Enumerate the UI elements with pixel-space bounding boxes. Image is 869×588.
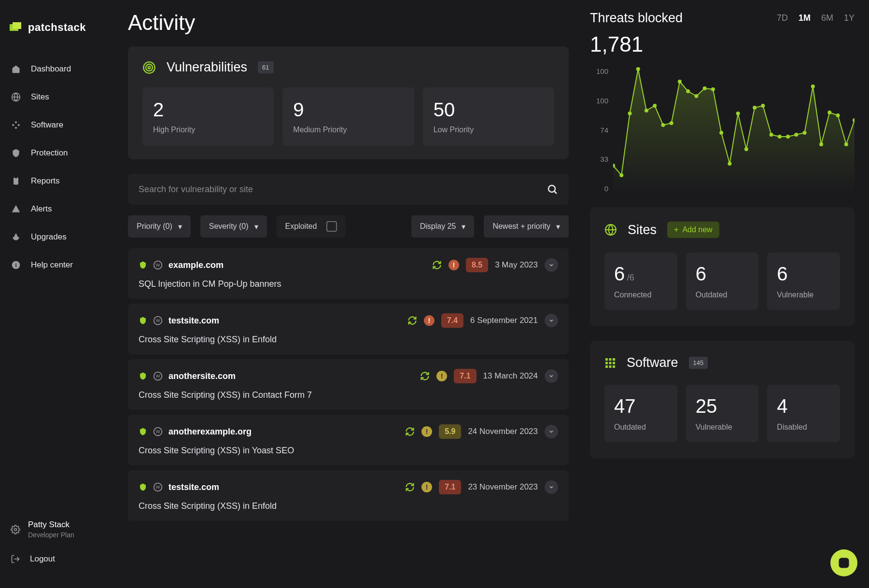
- vulnerability-description: Cross Site Scripting (XSS) in Enfold: [139, 501, 558, 511]
- sidebar-item-software[interactable]: Software: [0, 111, 128, 139]
- search-box[interactable]: [128, 174, 569, 205]
- svg-point-11: [146, 64, 153, 71]
- svg-point-46: [786, 135, 790, 139]
- logout-button[interactable]: Logout: [11, 547, 117, 571]
- svg-point-52: [836, 113, 840, 117]
- range-tab-6M[interactable]: 6M: [821, 13, 833, 23]
- time-range-tabs: 7D1M6M1Y: [777, 13, 855, 23]
- expand-button[interactable]: [545, 480, 558, 494]
- sidebar-item-dashboard[interactable]: Dashboard: [0, 55, 128, 83]
- svg-point-53: [844, 142, 848, 146]
- warning-icon: !: [424, 315, 434, 326]
- expand-button[interactable]: [545, 258, 558, 272]
- chevron-down-icon: ▾: [462, 222, 465, 231]
- software-stat-card[interactable]: 47Outdated: [604, 385, 677, 442]
- chevron-down-icon: ▾: [178, 222, 182, 231]
- svg-rect-65: [613, 365, 615, 368]
- site-stat-card[interactable]: 6 Outdated: [686, 252, 759, 310]
- cvss-score-badge: 5.9: [439, 424, 461, 439]
- refresh-icon[interactable]: [407, 316, 417, 325]
- expand-button[interactable]: [545, 425, 558, 438]
- expand-button[interactable]: [545, 314, 558, 327]
- add-new-site-button[interactable]: + Add new: [667, 222, 719, 238]
- sites-title: Sites: [628, 223, 657, 238]
- shield-icon: [139, 427, 147, 436]
- refresh-icon[interactable]: [432, 260, 442, 270]
- software-stat-card[interactable]: 25Vulnerable: [686, 385, 759, 442]
- nav-label: Software: [31, 120, 63, 130]
- sidebar-nav: DashboardSitesSoftwareProtectionReportsA…: [0, 50, 128, 515]
- vulnerability-date: 3 May 2023: [495, 260, 538, 270]
- svg-point-43: [761, 104, 765, 108]
- threats-count: 1,781: [590, 32, 855, 56]
- sidebar-item-help-center[interactable]: iHelp center: [0, 251, 128, 279]
- brand-logo[interactable]: patchstack: [0, 13, 128, 50]
- sort-filter[interactable]: Newest + priority ▾: [484, 215, 569, 238]
- refresh-icon[interactable]: [420, 371, 430, 381]
- clipboard-icon: [11, 176, 21, 186]
- sidebar-item-reports[interactable]: Reports: [0, 167, 128, 195]
- priority-filter[interactable]: Priority (0) ▾: [128, 215, 191, 238]
- severity-filter[interactable]: Severity (0) ▾: [200, 215, 267, 238]
- display-filter[interactable]: Display 25 ▾: [411, 215, 475, 238]
- site-name: example.com: [168, 260, 224, 270]
- site-stat-card[interactable]: 6 Vulnerable: [767, 252, 840, 310]
- software-stat-card[interactable]: 4Disabled: [767, 385, 840, 442]
- vulnerability-item[interactable]: Wanothersite.com!7.113 March 2024Cross S…: [128, 359, 569, 410]
- threats-chart: 10010074330: [590, 67, 855, 193]
- vulnerability-item[interactable]: Wanotherexample.org!5.924 November 2023C…: [128, 415, 569, 465]
- svg-rect-1: [13, 22, 21, 29]
- svg-text:W: W: [156, 429, 160, 434]
- svg-point-45: [778, 135, 782, 139]
- nav-label: Reports: [31, 176, 60, 186]
- svg-point-48: [803, 131, 807, 135]
- vulnerability-item[interactable]: Wtestsite.com!7.46 September 2021Cross S…: [128, 304, 569, 354]
- help-chat-button[interactable]: [830, 549, 857, 576]
- vulnerability-item[interactable]: Wexample.com!8.53 May 2023SQL Injection …: [128, 248, 569, 299]
- exploited-filter[interactable]: Exploited: [277, 215, 346, 238]
- range-tab-7D[interactable]: 7D: [777, 13, 788, 23]
- svg-point-32: [670, 121, 673, 125]
- svg-point-31: [661, 123, 665, 127]
- nav-label: Upgrades: [31, 232, 67, 242]
- vulnerability-date: 13 March 2024: [483, 371, 538, 381]
- refresh-icon[interactable]: [405, 482, 415, 492]
- refresh-icon[interactable]: [405, 427, 415, 436]
- software-title: Software: [627, 355, 678, 370]
- gear-icon: [11, 525, 20, 534]
- warning-icon: !: [436, 371, 447, 381]
- sidebar: patchstack DashboardSitesSoftwareProtect…: [0, 0, 128, 588]
- stat-card[interactable]: 2High Priority: [142, 87, 274, 146]
- vulnerability-date: 23 November 2023: [468, 482, 538, 492]
- site-name: testsite.com: [168, 316, 219, 326]
- info-icon: i: [11, 260, 21, 270]
- range-tab-1Y[interactable]: 1Y: [844, 13, 855, 23]
- expand-button[interactable]: [545, 369, 558, 383]
- sidebar-item-protection[interactable]: Protection: [0, 139, 128, 167]
- search-input[interactable]: [139, 184, 547, 195]
- nav-label: Alerts: [31, 204, 52, 214]
- nav-label: Dashboard: [31, 64, 71, 74]
- vulnerability-description: Cross Site Scripting (XSS) in Yoast SEO: [139, 446, 558, 456]
- sidebar-item-upgrades[interactable]: Upgrades: [0, 223, 128, 251]
- user-profile[interactable]: Patty Stack Developer Plan: [11, 515, 117, 547]
- sidebar-item-sites[interactable]: Sites: [0, 83, 128, 111]
- svg-point-27: [628, 112, 631, 115]
- shield-icon: [139, 483, 147, 491]
- shield-icon: [11, 148, 21, 158]
- stat-card[interactable]: 9Medium Priority: [282, 87, 414, 146]
- svg-line-14: [555, 192, 557, 194]
- sidebar-item-alerts[interactable]: Alerts: [0, 195, 128, 223]
- range-tab-1M[interactable]: 1M: [799, 13, 811, 23]
- user-plan: Developer Plan: [28, 531, 74, 539]
- checkbox-icon[interactable]: [326, 221, 337, 232]
- svg-point-44: [770, 133, 773, 137]
- vulnerability-item[interactable]: Wtestsite.com!7.123 November 2023Cross S…: [128, 470, 569, 521]
- search-icon[interactable]: [547, 183, 558, 195]
- stat-card[interactable]: 50Low Priority: [423, 87, 554, 146]
- vulnerability-description: Cross Site Scripting (XSS) in Enfold: [139, 335, 558, 345]
- svg-rect-5: [15, 177, 17, 178]
- home-icon: [11, 64, 21, 74]
- site-stat-card[interactable]: 6 /6Connected: [604, 252, 677, 310]
- svg-point-39: [728, 162, 731, 166]
